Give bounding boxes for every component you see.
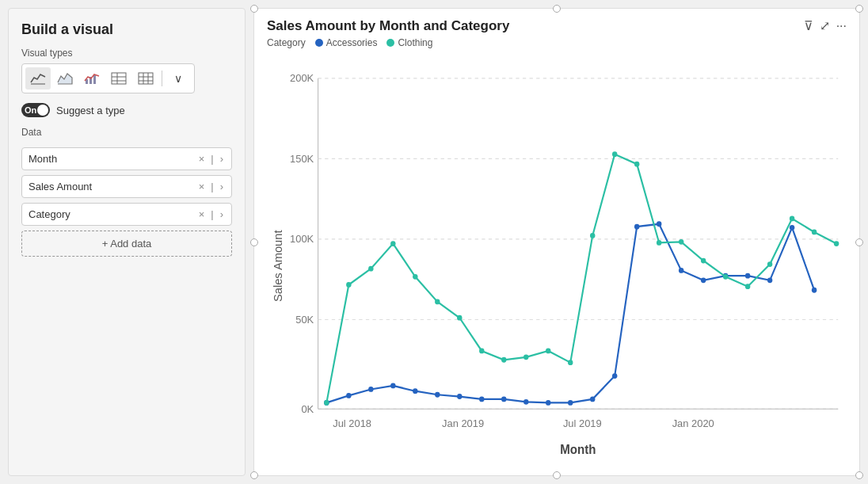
chart-legend: Category Accessories Clothing <box>267 37 847 48</box>
acc-dot-15 <box>657 221 661 227</box>
acc-dot-3 <box>390 383 395 389</box>
clo-dot-5 <box>435 299 440 305</box>
acc-dot-5 <box>435 392 440 398</box>
clothing-label: Clothing <box>398 37 432 48</box>
sales-amount-field: Sales Amount × | › <box>21 175 232 198</box>
category-field: Category × | › <box>21 203 232 226</box>
add-data-button[interactable]: + Add data <box>21 231 232 257</box>
acc-dot-16 <box>679 268 683 273</box>
svg-text:Month: Month <box>560 442 596 455</box>
filter-icon[interactable]: ⊽ <box>804 18 813 33</box>
clo-dot-19 <box>745 284 750 289</box>
month-arrow-icon[interactable]: › <box>219 153 225 165</box>
handle-br[interactable] <box>855 471 863 479</box>
handle-tm[interactable] <box>553 5 561 13</box>
suggest-toggle[interactable]: On <box>21 103 50 117</box>
acc-dot-19 <box>745 273 750 279</box>
clo-dot-18 <box>723 274 728 280</box>
clo-dot-13 <box>612 151 617 157</box>
sales-close-icon[interactable]: × <box>197 181 207 192</box>
combo-chart-button[interactable] <box>79 67 105 90</box>
area-chart-button[interactable] <box>52 67 78 90</box>
chart-panel: ⊽ ⤢ ··· Sales Amount by Month and Catego… <box>253 8 860 476</box>
clothing-dot <box>386 39 394 47</box>
y-axis-label: Sales Amount <box>272 231 285 302</box>
handle-ml[interactable] <box>250 238 258 246</box>
more-types-button[interactable]: ∨ <box>166 67 191 90</box>
svg-text:150K: 150K <box>290 153 314 165</box>
month-field: Month × | › <box>21 147 232 170</box>
clo-dot-11 <box>568 360 573 365</box>
table-button[interactable] <box>106 67 131 90</box>
acc-dot-1 <box>346 393 351 398</box>
category-field-label: Category <box>29 208 197 220</box>
sales-amount-field-label: Sales Amount <box>29 181 197 192</box>
clo-dot-8 <box>501 357 506 363</box>
handle-tl[interactable] <box>250 5 258 13</box>
focus-icon[interactable]: ⤢ <box>820 18 830 33</box>
data-section: Data Month × | › Sales Amount × | › Cate… <box>21 127 232 257</box>
handle-tr[interactable] <box>855 5 863 13</box>
acc-dot-22 <box>812 288 817 293</box>
acc-dot-21 <box>790 225 794 231</box>
category-arrow-icon[interactable]: › <box>219 208 225 220</box>
line-chart-button[interactable] <box>25 67 51 90</box>
acc-dot-20 <box>767 277 772 283</box>
accessories-label: Accessories <box>326 37 378 48</box>
month-close-icon[interactable]: × <box>197 153 207 165</box>
field-divider-2: | <box>209 208 215 220</box>
clo-dot-17 <box>701 258 706 264</box>
category-field-actions: × | › <box>197 208 225 220</box>
acc-dot-13 <box>612 373 617 379</box>
acc-dot-12 <box>590 397 595 402</box>
visual-types-row: ∨ <box>21 63 195 93</box>
handle-bm[interactable] <box>553 471 561 479</box>
build-visual-panel: Build a visual Visual types <box>8 8 246 476</box>
types-divider <box>162 71 162 86</box>
svg-text:50K: 50K <box>295 314 314 326</box>
chart-header: Sales Amount by Month and Category Categ… <box>267 18 847 48</box>
svg-text:100K: 100K <box>290 233 314 245</box>
chart-body: Sales Amount 200K 150K 100K 50K 0K <box>267 51 847 463</box>
accessories-dot <box>315 39 323 47</box>
acc-dot-17 <box>701 277 706 283</box>
sales-arrow-icon[interactable]: › <box>219 181 225 192</box>
suggest-row: On Suggest a type <box>21 103 232 117</box>
data-label: Data <box>21 127 232 138</box>
accessories-line <box>326 224 814 403</box>
clo-dot-2 <box>368 266 373 272</box>
category-close-icon[interactable]: × <box>197 208 207 220</box>
acc-dot-14 <box>634 224 639 230</box>
clo-dot-20 <box>767 261 772 267</box>
acc-dot-11 <box>568 400 573 406</box>
clo-dot-15 <box>657 240 661 246</box>
svg-text:Jul 2019: Jul 2019 <box>563 417 602 429</box>
month-field-label: Month <box>29 153 197 165</box>
clo-dot-9 <box>523 354 528 360</box>
field-divider-0: | <box>209 153 215 165</box>
clo-dot-12 <box>590 233 595 238</box>
clo-dot-21 <box>790 216 794 222</box>
suggest-label: Suggest a type <box>56 105 125 116</box>
legend-label: Category <box>267 37 306 48</box>
svg-rect-8 <box>139 73 153 84</box>
acc-dot-7 <box>479 397 484 402</box>
svg-text:Jan 2020: Jan 2020 <box>672 417 714 429</box>
clo-dot-7 <box>479 349 484 354</box>
handle-mr[interactable] <box>855 238 863 246</box>
toggle-on-label: On <box>25 105 36 116</box>
clo-dot-14 <box>634 162 639 167</box>
more-options-icon[interactable]: ··· <box>836 19 847 33</box>
handle-bl[interactable] <box>250 471 258 479</box>
sales-amount-field-actions: × | › <box>197 181 225 192</box>
matrix-button[interactable] <box>133 67 158 90</box>
acc-dot-4 <box>413 388 417 394</box>
svg-rect-4 <box>112 73 126 84</box>
month-field-actions: × | › <box>197 153 225 165</box>
svg-text:Jul 2018: Jul 2018 <box>333 417 371 429</box>
chevron-down-icon: ∨ <box>174 72 182 85</box>
chart-svg: Sales Amount 200K 150K 100K 50K 0K <box>267 51 847 463</box>
clo-dot-23 <box>834 241 839 246</box>
svg-text:Jan 2019: Jan 2019 <box>442 417 484 429</box>
acc-dot-6 <box>457 394 462 399</box>
